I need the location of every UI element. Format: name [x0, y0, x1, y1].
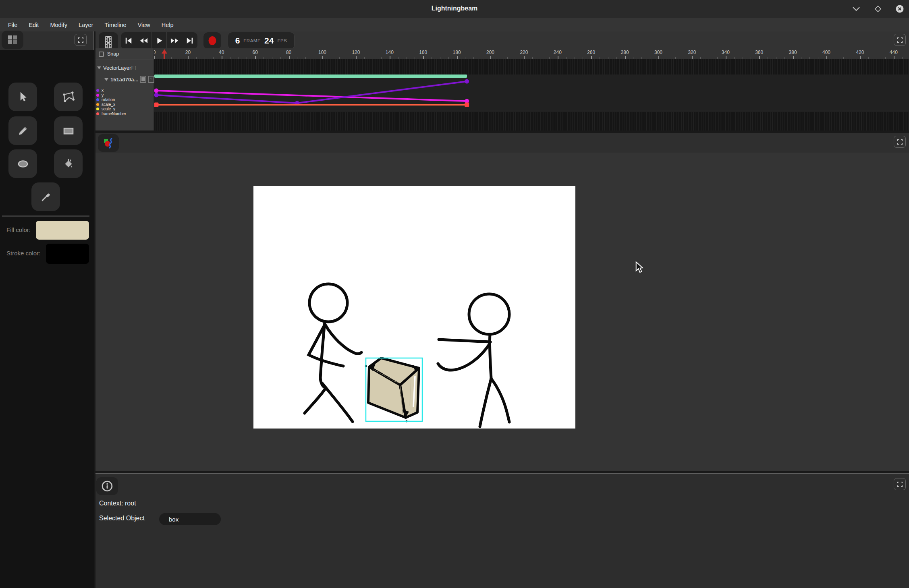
maximize-icon[interactable]: [873, 4, 883, 14]
sidebar-fullscreen-icon[interactable]: [75, 34, 87, 46]
ruler-tick: [289, 56, 290, 59]
ruler-label: 100: [318, 50, 326, 55]
playhead[interactable]: [162, 49, 168, 59]
stick-figure-left[interactable]: [305, 284, 361, 422]
property-color-dot: [96, 94, 99, 97]
selected-object-field[interactable]: box: [159, 513, 221, 525]
frame-label: FRAME: [243, 38, 261, 43]
sublayer-solid-toggle[interactable]: [140, 76, 146, 83]
figure-head: [469, 294, 509, 334]
select-tool-button[interactable]: [8, 83, 37, 111]
window-title: Lightningbeam: [0, 5, 909, 12]
ruler-tick: [759, 56, 760, 59]
snap-label: Snap: [107, 51, 119, 57]
fill-color-swatch[interactable]: [36, 221, 89, 240]
layer-row-vectorlayer[interactable]: VectorLayer [L]: [95, 63, 154, 72]
ruler-label: 400: [822, 50, 830, 55]
property-label: frameNumber: [102, 112, 126, 116]
sublayer-curve-toggle[interactable]: ~: [148, 76, 154, 83]
timeline-fullscreen-icon[interactable]: [894, 34, 906, 46]
sublayer-row[interactable]: 151ad70a... ~: [95, 74, 154, 85]
keyframe-x[interactable]: [465, 79, 469, 84]
stroke-color-label: Stroke color:: [6, 250, 40, 257]
menu-timeline[interactable]: Timeline: [99, 22, 132, 28]
sublayer-name: 151ad70a...: [110, 77, 138, 83]
curve-y[interactable]: [156, 91, 467, 101]
ellipse-tool-button[interactable]: [8, 149, 37, 178]
ruler-tick: [692, 56, 693, 59]
ruler-tick: [625, 56, 626, 59]
ruler-label: 180: [453, 50, 461, 55]
property-row-y[interactable]: y: [96, 93, 126, 98]
menu-file[interactable]: File: [2, 22, 23, 28]
menu-layer[interactable]: Layer: [73, 22, 99, 28]
stroke-color-swatch[interactable]: [46, 244, 89, 264]
ruler-tick: [423, 56, 424, 59]
canvas-fullscreen-icon[interactable]: [894, 136, 906, 148]
property-color-dot: [96, 103, 99, 106]
menu-edit[interactable]: Edit: [23, 22, 44, 28]
canvas-header: [95, 133, 909, 153]
timeline-panel: 6 FRAME 24 FPS Snap VectorLayer [L]: [95, 31, 909, 130]
figure-head: [309, 284, 347, 322]
close-icon[interactable]: [894, 4, 905, 14]
collapse-arrow-icon[interactable]: [104, 78, 108, 81]
keyframe-y[interactable]: [154, 89, 159, 93]
box-object[interactable]: [365, 358, 423, 422]
sidebar-divider: [2, 215, 89, 217]
info-panel-fullscreen-icon[interactable]: [894, 478, 906, 490]
property-row-scale_x[interactable]: scale_x: [96, 102, 126, 107]
rectangle-tool-button[interactable]: [54, 116, 83, 145]
keyframe-x[interactable]: [154, 93, 159, 97]
keyframe-frameNumber[interactable]: [465, 103, 469, 107]
collapse-arrow-icon[interactable]: [97, 66, 101, 69]
fps-value: 24: [264, 36, 274, 46]
snap-checkbox[interactable]: [99, 52, 104, 57]
timeline-header: 6 FRAME 24 FPS: [95, 31, 909, 48]
pencil-tool-button[interactable]: [8, 116, 37, 145]
ruler-tick: [222, 56, 222, 59]
context-text: Context: root: [99, 500, 136, 507]
grid-layout-icon[interactable]: [2, 31, 23, 49]
ruler-label: 200: [486, 50, 494, 55]
property-row-frameNumber[interactable]: frameNumber: [96, 112, 126, 116]
record-button[interactable]: [203, 32, 221, 49]
drawing-canvas[interactable]: [253, 186, 575, 429]
eyedropper-tool-button[interactable]: [31, 182, 60, 211]
property-label: y: [102, 93, 104, 97]
property-list: xyrotationscale_xscale_yframeNumber: [96, 88, 126, 116]
property-row-rotation[interactable]: rotation: [96, 97, 126, 102]
ruler-label: 280: [621, 50, 629, 55]
menu-modify[interactable]: Modify: [44, 22, 73, 28]
app-window: Lightningbeam FileEditModifyLayerTimelin…: [0, 0, 909, 588]
ruler-label: 80: [286, 50, 291, 55]
menu-view[interactable]: View: [132, 22, 156, 28]
paint-bucket-tool-button[interactable]: [54, 149, 83, 178]
keyframe-curves[interactable]: [154, 59, 909, 130]
paint-bucket-icon: [62, 157, 75, 170]
skip-to-start-button[interactable]: [121, 32, 136, 49]
fast-forward-button[interactable]: [167, 32, 182, 49]
figure-leg-right: [491, 379, 509, 422]
minimize-icon[interactable]: [851, 4, 861, 14]
fps-label: FPS: [277, 38, 287, 43]
timeline-ruler[interactable]: 0204060801001201401601802002202402602803…: [154, 48, 909, 59]
property-row-scale_y[interactable]: scale_y: [96, 107, 126, 112]
figure-leg-right: [322, 383, 353, 422]
play-button[interactable]: [152, 32, 167, 49]
transform-tool-button[interactable]: [54, 83, 83, 111]
skip-to-end-button[interactable]: [182, 32, 197, 49]
keyframe-frameNumber[interactable]: [154, 103, 159, 107]
fill-color-label: Fill color:: [6, 226, 31, 233]
solid-square-icon: [141, 77, 145, 81]
menu-help[interactable]: Help: [156, 22, 179, 28]
ruler-label: 60: [253, 50, 258, 55]
timeline-tracks[interactable]: [154, 59, 909, 130]
ruler-label: 420: [856, 50, 864, 55]
rewind-button[interactable]: [136, 32, 152, 49]
shapes-panel-icon[interactable]: [98, 134, 119, 152]
info-icon[interactable]: [96, 477, 118, 495]
stick-figure-right[interactable]: [438, 294, 509, 427]
property-row-x[interactable]: x: [96, 88, 126, 93]
ruler-label: 220: [520, 50, 528, 55]
